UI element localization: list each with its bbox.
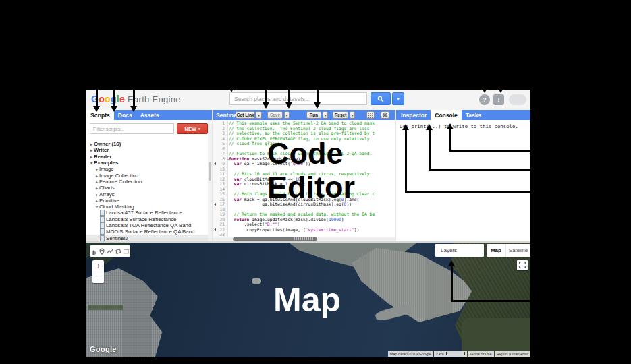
code-token: return <box>234 217 250 222</box>
code-token: ) <box>341 217 344 222</box>
code-text <box>227 166 229 172</box>
line-number: 3 <box>213 131 227 136</box>
tab-console[interactable]: Console <box>431 110 462 120</box>
script-tree-item[interactable]: ▸Image <box>86 166 208 172</box>
script-file-icon <box>100 210 105 216</box>
annotation-arrow-run-button <box>314 102 321 109</box>
placemark-tool[interactable] <box>99 245 105 257</box>
reset-dropdown[interactable]: ▾ <box>350 111 355 119</box>
profile-avatar[interactable] <box>509 94 526 105</box>
script-tree-item[interactable]: ▸Image Collection <box>86 172 208 178</box>
annotation-label-editor: Editor <box>267 171 355 204</box>
code-line: 20 return image.updateMask(mask).divide(… <box>213 217 395 222</box>
line-tool[interactable] <box>107 245 113 257</box>
script-tree-item[interactable]: ▸Feature Collection <box>86 179 208 185</box>
map-type-toggle: Map Satellite <box>487 244 530 257</box>
earth-engine-logo[interactable]: GoogleEarth Engine <box>91 94 181 104</box>
zoom-control: + − <box>92 260 104 283</box>
reset-button[interactable]: Reset <box>333 111 348 119</box>
script-tree-item[interactable]: MODIS Surface Reflectance QA Band <box>86 229 208 235</box>
script-tree-label: Image Collection <box>99 173 138 179</box>
fullscreen-button[interactable] <box>517 260 528 270</box>
apps-menu-button[interactable] <box>366 111 375 119</box>
script-tree-label: Feature Collection <box>99 179 142 185</box>
code-text: // This example uses the Sentinel-2 QA b… <box>227 121 375 126</box>
code-token: .select( <box>229 222 265 226</box>
layers-button[interactable]: Layers <box>435 244 484 257</box>
search-input[interactable] <box>229 92 367 105</box>
search-options-dropdown[interactable]: ▾ <box>392 92 404 105</box>
save-button[interactable]: Save <box>267 111 283 119</box>
code-token <box>229 212 234 216</box>
map-data-credit: Map data ©2019 Google <box>388 351 433 357</box>
filter-scripts-input[interactable] <box>90 123 174 134</box>
get-link-button[interactable]: Get Link <box>236 111 255 119</box>
script-tree-item[interactable]: Landsat8 Surface Reflectance <box>86 216 208 222</box>
script-tree-item[interactable]: ▸Owner (16) <box>86 141 208 147</box>
report-map-error-link[interactable]: Report a map error <box>495 351 530 357</box>
product-name: Earth Engine <box>128 94 181 104</box>
polygon-tool[interactable] <box>115 245 121 257</box>
script-tree-item[interactable]: Landsat8 TOA Reflectance QA Band <box>86 222 208 229</box>
code-token <box>229 171 234 176</box>
console-placeholder-message: Use print(...) to write to this console. <box>400 123 518 129</box>
script-tree-label: Owner (16) <box>94 141 121 147</box>
line-icon <box>107 248 113 255</box>
line-number: 12 <box>213 177 227 182</box>
script-tree-item[interactable]: ▸Reader <box>86 154 208 160</box>
chevron-down-icon: ▾ <box>89 160 94 165</box>
script-tree-item[interactable]: ▸Arrays <box>86 191 208 197</box>
code-fold-icon[interactable]: - <box>227 156 229 162</box>
line-number: 11 <box>213 171 227 177</box>
chevron-right-icon: ▸ <box>89 142 94 146</box>
new-button-label: NEW <box>184 126 196 132</box>
tab-scripts[interactable]: Scripts <box>86 110 114 120</box>
settings-button[interactable] <box>381 111 389 119</box>
grid-icon <box>368 113 373 118</box>
line-number: 5 <box>213 141 227 146</box>
zoom-in-button[interactable]: + <box>92 260 104 272</box>
script-tree-item[interactable]: ▾Examples <box>86 160 208 166</box>
splitter-handle[interactable] <box>294 237 314 240</box>
run-dropdown[interactable]: ▾ <box>323 111 328 119</box>
script-tree-label: Examples <box>94 160 118 166</box>
annotation-line-console-h <box>429 169 631 171</box>
map-type-map-button[interactable]: Map <box>487 244 506 257</box>
script-tree: ▸Owner (16)▸Writer▸Reader▾Examples▸Image… <box>86 141 208 241</box>
code-line: 18 <box>213 207 395 212</box>
script-tree-item[interactable]: ▾Cloud Masking <box>86 204 208 210</box>
line-number: 1 <box>213 121 227 126</box>
script-tree-item[interactable]: ▸Writer <box>86 147 208 153</box>
script-tree-label: Primitive <box>99 198 119 204</box>
line-wrap-icon <box>214 228 216 231</box>
rectangle-tool[interactable] <box>123 245 130 257</box>
terms-of-use-link[interactable]: Terms of Use <box>468 351 494 357</box>
script-tree-item[interactable]: Sentinel2 <box>86 235 208 241</box>
code-token: // This example uses the Sentinel-2 QA b… <box>229 121 375 125</box>
save-dropdown[interactable]: ▾ <box>284 111 290 119</box>
new-script-button[interactable]: NEW▾ <box>177 123 208 134</box>
annotation-line-assets <box>133 65 135 106</box>
help-button[interactable]: ? <box>479 94 490 105</box>
script-file-icon <box>100 216 105 222</box>
run-button[interactable]: Run <box>306 111 321 119</box>
script-tree-item[interactable]: ▸Primitive <box>86 198 208 204</box>
pan-hand-tool[interactable] <box>90 245 97 257</box>
chevron-right-icon: ▸ <box>94 198 99 203</box>
tab-inspector[interactable]: Inspector <box>397 110 431 120</box>
script-tree-item[interactable]: ▸Charts <box>86 185 208 191</box>
zoom-out-button[interactable]: − <box>92 272 104 284</box>
scrollbar-thumb[interactable] <box>209 162 211 181</box>
code-token: var <box>234 197 242 202</box>
code-line: 1// This example uses the Sentinel-2 QA … <box>213 121 395 126</box>
search-button[interactable] <box>371 92 391 105</box>
tab-tasks[interactable]: Tasks <box>462 110 485 120</box>
map-type-satellite-button[interactable]: Satellite <box>506 244 530 257</box>
feedback-button[interactable]: ! <box>493 94 504 105</box>
script-tree-item[interactable]: Landsat457 Surface Reflectance <box>86 210 208 216</box>
script-tree-label: Landsat457 Surface Reflectance <box>106 210 182 216</box>
code-token <box>229 177 234 181</box>
get-link-dropdown[interactable]: ▾ <box>256 111 262 119</box>
tab-assets[interactable]: Assets <box>136 110 163 120</box>
script-tree-label: Landsat8 Surface Reflectance <box>106 216 176 222</box>
